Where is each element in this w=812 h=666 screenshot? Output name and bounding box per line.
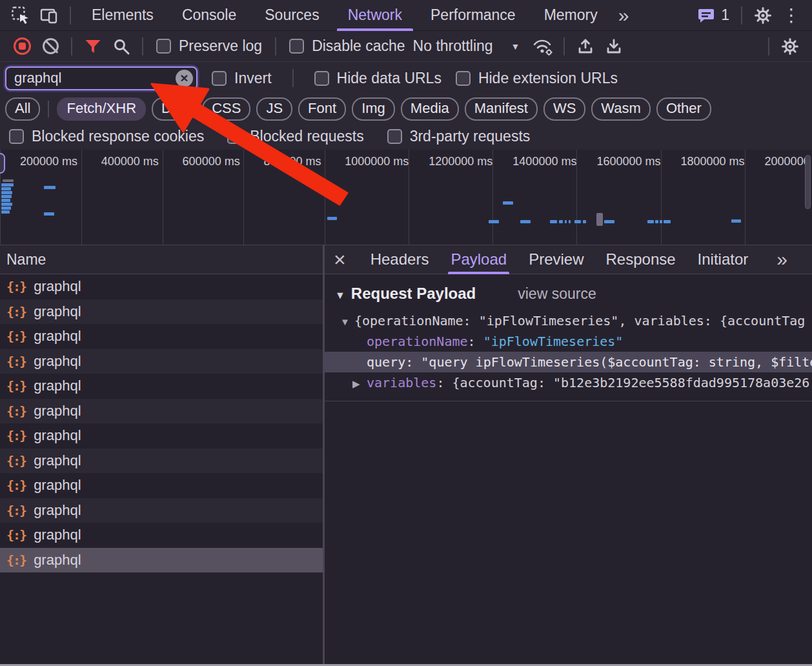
name-column-header[interactable]: Name [0,245,323,274]
request-name: graphql [34,427,81,444]
blocked-response-cookies-checkbox[interactable] [9,129,24,144]
detail-tabbar: × HeadersPayloadPreviewResponseInitiator… [325,245,812,274]
tab-performance[interactable]: Performance [416,0,530,31]
detail-tab-response[interactable]: Response [606,245,676,274]
json-tree-row[interactable]: operationName: "ipFlowTimeseries" [325,331,812,352]
kebab-menu-icon[interactable]: ⋮ [777,1,806,30]
chip-js[interactable]: JS [256,97,292,121]
request-row[interactable]: {:}graphql [0,399,323,424]
chip-font[interactable]: Font [298,97,346,121]
request-row[interactable]: {:}graphql [0,274,323,299]
chip-all[interactable]: All [5,97,40,121]
request-row[interactable]: {:}graphql [0,548,323,573]
timeline-tick-column: 1600000 ms [576,150,660,245]
payload-section-title: Request Payload [351,285,476,303]
chip-wasm[interactable]: Wasm [591,97,651,121]
request-row[interactable]: {:}graphql [0,349,323,374]
request-name: graphql [34,477,81,494]
json-key-text: query [367,354,405,370]
request-row[interactable]: {:}graphql [0,473,323,498]
blocked-requests-checkbox[interactable] [227,129,242,144]
waterfall-bar [731,219,741,223]
request-row[interactable]: {:}graphql [0,423,323,449]
json-braces-icon: {:} [6,304,26,319]
divider [741,6,742,25]
chip-media[interactable]: Media [401,97,459,121]
export-har-icon[interactable] [600,32,628,61]
search-icon[interactable] [107,32,136,61]
tab-network[interactable]: Network [334,0,416,31]
more-detail-tabs-icon[interactable]: » [770,248,793,270]
request-name: graphql [34,378,81,394]
more-panels-icon[interactable]: » [612,5,634,26]
detail-tab-headers[interactable]: Headers [370,245,429,274]
hide-data-urls-label: Hide data URLs [337,70,442,87]
disable-cache-checkbox[interactable] [289,39,304,54]
filter-input[interactable] [6,70,196,86]
network-conditions-icon[interactable] [529,32,557,61]
json-tree-row[interactable]: ▶variables: {accountTag: "b12e3b2192ee55… [325,372,812,393]
chip-css[interactable]: CSS [202,97,250,121]
lower-split: Name {:}graphql{:}graphql{:}graphql{:}gr… [0,245,812,666]
request-row[interactable]: {:}graphql [0,449,323,474]
waterfall-bar [1,199,10,202]
3rd-party-requests-checkbox[interactable] [387,129,402,144]
json-tree-row[interactable]: query: "query ipFlowTimeseries($accountT… [325,352,812,372]
timeline-scrollbar-thumb[interactable] [805,155,811,209]
inspect-element-icon[interactable] [6,1,35,30]
timeline-tick-label: 1200000 ms [429,155,492,168]
chip-ws[interactable]: WS [543,97,585,121]
hide-data-urls-checkbox[interactable] [314,71,329,86]
filter-funnel-icon[interactable] [79,32,107,61]
tab-sources[interactable]: Sources [250,0,333,31]
disable-cache-label: Disable cache [312,37,405,55]
chip-other[interactable]: Other [656,97,711,121]
divider [563,37,565,56]
clear-filter-icon[interactable]: × [176,70,193,87]
payload-json-tree: ▼{operationName: "ipFlowTimeseries", var… [325,310,812,393]
waterfall-bar [3,179,14,182]
json-tree-row[interactable]: ▼{operationName: "ipFlowTimeseries", var… [325,310,812,331]
detail-tab-preview[interactable]: Preview [529,245,584,274]
divider [71,37,72,56]
settings-gear-icon[interactable] [749,1,777,30]
clear-network-log-icon[interactable] [36,32,65,61]
tab-elements[interactable]: Elements [77,0,168,31]
issues-button[interactable]: 1 [692,6,735,25]
device-toolbar-icon[interactable] [35,1,63,30]
tabbar-right-controls: 1 ⋮ [692,1,806,30]
hide-extension-urls-checkbox[interactable] [456,71,471,86]
devtools-tabbar: ElementsConsoleSourcesNetworkPerformance… [0,0,812,31]
network-settings-gear-icon[interactable] [776,32,804,61]
close-detail-icon[interactable]: × [334,249,346,270]
tab-memory[interactable]: Memory [530,0,612,31]
chip-doc[interactable]: Doc [152,97,196,121]
tab-console[interactable]: Console [168,0,250,31]
import-har-icon[interactable] [571,32,600,61]
network-overview-timeline[interactable]: 200000 ms400000 ms600000 ms800000 ms1000… [0,150,812,245]
timeline-tick-column: 1200000 ms [409,150,492,245]
network-toolbar: Preserve log Disable cache No throttling… [0,31,812,62]
invert-checkbox[interactable] [212,71,227,86]
throttling-select[interactable]: No throttling ▼ [413,37,520,55]
detail-tab-payload[interactable]: Payload [451,245,507,274]
preserve-log-checkbox[interactable] [156,39,171,54]
tree-caret-icon[interactable]: ▶ [352,374,367,393]
request-detail-pane: × HeadersPayloadPreviewResponseInitiator… [325,245,812,666]
detail-tab-initiator[interactable]: Initiator [698,245,749,274]
request-row[interactable]: {:}graphql [0,374,323,399]
chip-fetch-xhr[interactable]: Fetch/XHR [57,97,146,121]
request-row[interactable]: {:}graphql [0,498,323,523]
collapse-caret-icon[interactable]: ▼ [335,290,345,301]
request-row[interactable]: {:}graphql [0,324,323,349]
chip-img[interactable]: Img [352,97,395,121]
request-row[interactable]: {:}graphql [0,523,323,548]
timeline-scroll-handle[interactable] [0,153,5,174]
tree-caret-icon[interactable]: ▼ [340,312,354,331]
chip-manifest[interactable]: Manifest [465,97,538,121]
timeline-tick-label: 1400000 ms [513,155,576,168]
waterfall-bar [1,195,12,198]
record-network-log-button[interactable] [8,32,36,61]
view-source-link[interactable]: view source [518,285,596,303]
request-row[interactable]: {:}graphql [0,299,323,325]
